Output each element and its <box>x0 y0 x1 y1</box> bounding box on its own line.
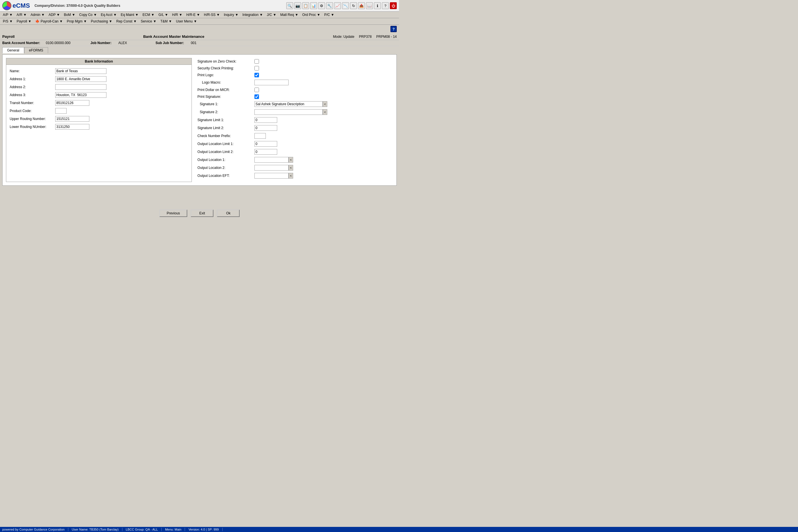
sig1-row: Signature 1: < <box>198 101 392 107</box>
sig-limit2-row: Signature Limit 2: <box>198 125 392 131</box>
menu-propmgm[interactable]: Prop Mgm ▼ <box>65 19 89 24</box>
output-limit1-input[interactable] <box>254 141 277 147</box>
output-eft-input[interactable] <box>254 173 289 178</box>
sig1-field-group: < <box>254 101 327 107</box>
menu-ps[interactable]: P/S ▼ <box>1 19 15 24</box>
output-loc1-lookup-button[interactable]: < <box>289 157 293 163</box>
menu-ordproc[interactable]: Ord Proc ▼ <box>301 12 322 17</box>
ok-button[interactable]: Ok <box>217 210 240 217</box>
refresh-icon[interactable]: ↻ <box>350 2 357 9</box>
print-logo-checkbox[interactable] <box>254 73 259 77</box>
menu-purchasing[interactable]: Purchasing ▼ <box>89 19 114 24</box>
menu-bom[interactable]: BoM ▼ <box>62 12 77 17</box>
menu-hrss[interactable]: H/R-SS ▼ <box>202 12 222 17</box>
job-number-value: ALEX <box>119 41 127 45</box>
transit-input[interactable] <box>55 100 89 106</box>
product-input[interactable] <box>55 108 67 114</box>
sig2-lookup-button[interactable]: < <box>323 109 327 115</box>
sig2-field-group: < <box>254 109 327 115</box>
output-loc2-input[interactable] <box>254 165 289 171</box>
exit-button[interactable]: Exit <box>191 210 214 217</box>
address3-input[interactable] <box>55 92 106 98</box>
sig1-lookup-button[interactable]: < <box>323 101 327 107</box>
output-eft-group: < <box>254 173 293 178</box>
help-button[interactable]: ? <box>391 26 397 32</box>
camera-icon[interactable]: 📷 <box>294 2 301 9</box>
page-title: Bank Account Master Maintenance <box>15 34 333 39</box>
menu-eqmaint[interactable]: Eq Maint ▼ <box>119 12 140 17</box>
menu-usermenu[interactable]: User Menu ▼ <box>174 19 199 24</box>
book-icon[interactable]: 📖 <box>366 2 373 9</box>
sig2-input[interactable] <box>254 109 323 115</box>
menu-payrollcan[interactable]: 🍁 Payroll-Can ▼ <box>34 19 64 24</box>
address3-label: Address 3: <box>10 93 55 97</box>
menu-pc[interactable]: P/C ▼ <box>323 12 336 17</box>
trend-up-icon[interactable]: 📈 <box>334 2 341 9</box>
menu-copyco[interactable]: Copy Co ▼ <box>77 12 98 17</box>
help-icon[interactable]: ? <box>382 2 389 9</box>
gear-icon[interactable]: ⚙ <box>318 2 325 9</box>
menu-admin[interactable]: Admin ▼ <box>29 12 47 17</box>
output-eft-label: Output Location EFT: <box>198 174 254 178</box>
output-eft-lookup-button[interactable]: < <box>289 173 293 178</box>
top-bar: eCMS Company/Division: 37/000-4.0 Quick … <box>0 0 399 12</box>
menu-hre[interactable]: H/R-E ▼ <box>185 12 202 17</box>
address1-input[interactable] <box>55 76 106 82</box>
export-icon[interactable]: 📤 <box>358 2 365 9</box>
address2-input[interactable] <box>55 84 106 90</box>
sig-limit2-input[interactable] <box>254 125 277 131</box>
menu-matlreq[interactable]: Matl Req ▼ <box>278 12 300 17</box>
tab-eforms[interactable]: eFORMS <box>24 47 48 53</box>
menu-repconst[interactable]: Rep Const ▼ <box>115 19 139 24</box>
sig2-label: Signature 2: <box>198 110 254 114</box>
output-loc2-lookup-button[interactable]: < <box>289 165 293 171</box>
name-input[interactable] <box>55 68 106 74</box>
menu-inquiry[interactable]: Inquiry ▼ <box>222 12 240 17</box>
menu-gl[interactable]: G/L ▼ <box>157 12 170 17</box>
info-icon[interactable]: ℹ <box>374 2 381 9</box>
menu-service[interactable]: Service ▼ <box>139 19 158 24</box>
search-icon[interactable]: 🔍 <box>286 2 293 9</box>
sig1-input[interactable] <box>254 101 323 107</box>
menu-ar[interactable]: A/R ▼ <box>15 12 28 17</box>
upper-routing-input[interactable] <box>55 116 89 122</box>
menu-eqacct[interactable]: Eq Acct ▼ <box>99 12 119 17</box>
sub-job-label: Sub Jub Number: <box>156 41 184 45</box>
power-icon[interactable]: ⏻ <box>390 2 397 9</box>
print-sig-checkbox[interactable] <box>254 94 259 99</box>
sig-zero-checkbox[interactable] <box>254 59 259 64</box>
output-loc1-input[interactable] <box>254 157 289 163</box>
account-row: Bank Account Number: 0100.00000.000 Job … <box>0 40 399 46</box>
menu-hr[interactable]: H/R ▼ <box>170 12 184 17</box>
check-prefix-input[interactable] <box>254 133 266 139</box>
print-dollar-row: Print Dollar on MICR: <box>198 88 392 92</box>
menu-adp[interactable]: ADP ▼ <box>47 12 62 17</box>
module-title: Payroll <box>2 34 15 39</box>
menu-jc[interactable]: J/C ▼ <box>265 12 278 17</box>
bank-info-header: Bank Information <box>6 58 192 65</box>
menu-ecm[interactable]: ECM ▼ <box>141 12 156 17</box>
menu-integration[interactable]: Integration ▼ <box>241 12 265 17</box>
address1-row: Address 1: <box>10 76 188 82</box>
chart-icon[interactable]: 📊 <box>310 2 317 9</box>
address3-row: Address 3: <box>10 92 188 98</box>
company-value: 37/000-4.0 Quick Quality Builders <box>66 4 120 8</box>
logo-macro-input[interactable] <box>254 80 289 85</box>
security-checkbox[interactable] <box>254 66 259 71</box>
trend-down-icon[interactable]: 📉 <box>342 2 349 9</box>
menu-payroll[interactable]: Payroll ▼ <box>15 19 33 24</box>
upper-routing-row: Upper Routing Number: <box>10 116 188 122</box>
output-limit2-input[interactable] <box>254 149 277 155</box>
print-dollar-checkbox[interactable] <box>254 88 259 92</box>
tab-general[interactable]: General <box>2 47 24 54</box>
menu-ap[interactable]: A/P ▼ <box>1 12 14 17</box>
menu-tm[interactable]: T&M ▼ <box>159 19 174 24</box>
output-loc2-group: < <box>254 165 293 171</box>
previous-button[interactable]: Previous <box>159 210 187 217</box>
output-eft-row: Output Location EFT: < <box>198 173 392 178</box>
lower-routing-input[interactable] <box>55 124 89 130</box>
tools-icon[interactable]: 🔧 <box>326 2 333 9</box>
sig-limit1-input[interactable] <box>254 117 277 123</box>
tabs-row: General eFORMS <box>0 46 399 54</box>
copy-icon[interactable]: 📋 <box>302 2 309 9</box>
